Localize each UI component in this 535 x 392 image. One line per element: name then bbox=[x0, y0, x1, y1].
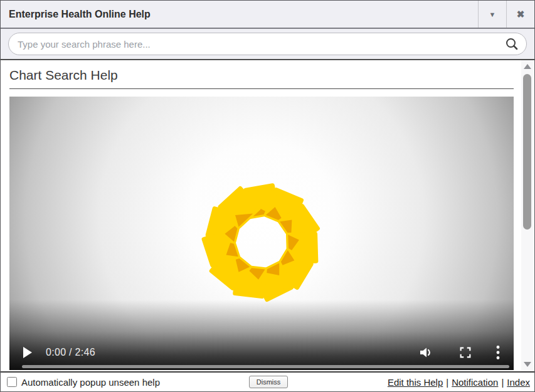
close-icon: ✖ bbox=[517, 9, 525, 20]
close-button[interactable]: ✖ bbox=[507, 1, 534, 28]
vertical-scrollbar[interactable] bbox=[521, 60, 533, 371]
notification-link[interactable]: Notification bbox=[452, 377, 498, 388]
auto-popup-option: Automatically popup unseen help bbox=[7, 377, 249, 388]
search-icon[interactable] bbox=[504, 37, 520, 51]
fullscreen-button[interactable] bbox=[458, 346, 472, 359]
scroll-up-arrow-icon[interactable] bbox=[524, 64, 531, 69]
fullscreen-icon bbox=[458, 346, 472, 359]
help-dialog: Enterprise Health Online Help ▼ ✖ Chart … bbox=[0, 0, 535, 392]
footer-links: Edit this Help | Notification | Index bbox=[288, 377, 530, 388]
scroll-down-arrow-icon[interactable] bbox=[524, 362, 531, 367]
footer-bar: Automatically popup unseen help Dismiss … bbox=[1, 373, 534, 391]
link-separator: | bbox=[498, 377, 507, 388]
volume-button[interactable] bbox=[418, 345, 435, 360]
help-video-player[interactable]: 0:00 / 2:46 bbox=[9, 97, 514, 370]
volume-icon bbox=[418, 345, 435, 360]
scrollbar-thumb[interactable] bbox=[523, 74, 531, 230]
video-progress-bar[interactable] bbox=[22, 365, 509, 368]
edit-help-link[interactable]: Edit this Help bbox=[388, 377, 443, 388]
link-separator: | bbox=[443, 377, 452, 388]
more-options-button[interactable] bbox=[496, 345, 500, 360]
enterprise-health-logo bbox=[200, 181, 323, 304]
time-display: 0:00 / 2:46 bbox=[46, 347, 95, 358]
heading-rule bbox=[9, 88, 514, 89]
dismiss-button[interactable]: Dismiss bbox=[249, 376, 289, 388]
index-link[interactable]: Index bbox=[507, 377, 530, 388]
search-bar bbox=[1, 29, 534, 60]
collapse-button[interactable]: ▼ bbox=[479, 1, 506, 28]
search-pill bbox=[8, 33, 527, 55]
page-title: Chart Search Help bbox=[9, 68, 514, 83]
auto-popup-checkbox[interactable] bbox=[7, 377, 17, 387]
help-content-area: Chart Search Help bbox=[1, 60, 534, 373]
search-input[interactable] bbox=[18, 39, 504, 50]
window-title: Enterprise Health Online Help bbox=[1, 9, 478, 20]
kebab-menu-icon bbox=[496, 345, 500, 360]
video-controls: 0:00 / 2:46 bbox=[9, 300, 514, 370]
chevron-down-icon: ▼ bbox=[489, 11, 496, 18]
auto-popup-label: Automatically popup unseen help bbox=[21, 377, 160, 388]
title-bar: Enterprise Health Online Help ▼ ✖ bbox=[1, 1, 534, 29]
play-button[interactable] bbox=[23, 347, 32, 358]
